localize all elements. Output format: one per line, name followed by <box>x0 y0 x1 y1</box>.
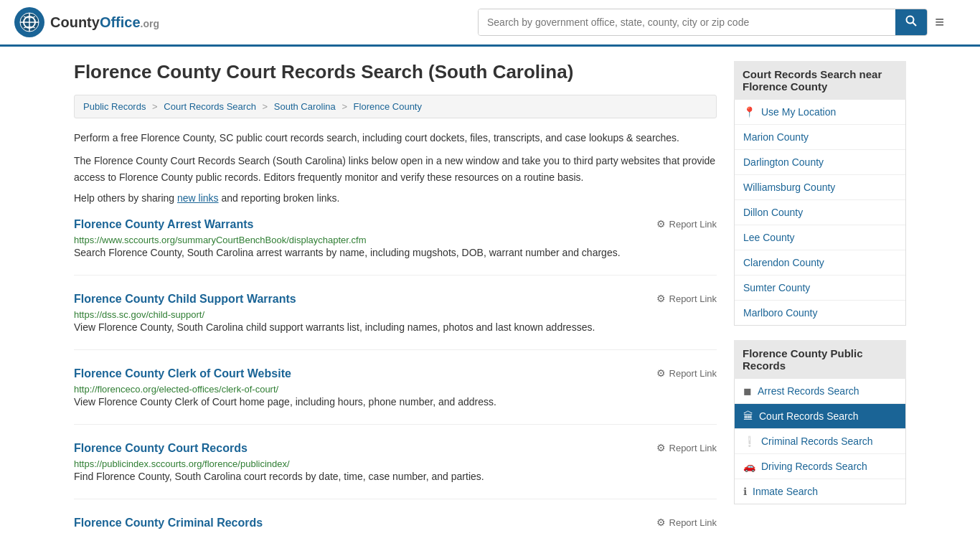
report-label: Report Link <box>669 219 717 230</box>
location-icon: 📍 <box>743 106 755 118</box>
sidebar-nearby-title: Court Records Search near Florence Count… <box>734 61 906 100</box>
record-header: Florence County Clerk of Court Website ⚙… <box>74 367 717 380</box>
record-entry: Florence County Criminal Records ⚙ Repor… <box>74 517 717 547</box>
logo-text: CountyOffice.org <box>50 14 159 31</box>
record-type-icon: ❕ <box>743 435 755 447</box>
report-icon: ⚙ <box>656 442 666 453</box>
sidebar-link-label: Clarendon County <box>743 257 824 268</box>
record-desc: View Florence County Clerk of Court home… <box>74 395 717 410</box>
record-type-icon: 🏛 <box>743 410 753 422</box>
record-title[interactable]: Florence County Child Support Warrants <box>74 293 296 306</box>
report-link[interactable]: ⚙ Report Link <box>656 442 717 453</box>
sidebar-public-records-link[interactable]: ℹInmate Search <box>735 479 905 504</box>
report-label: Report Link <box>669 293 717 304</box>
record-entry: Florence County Child Support Warrants ⚙… <box>74 293 717 350</box>
sidebar-link-label: Williamsburg County <box>743 182 835 193</box>
report-label: Report Link <box>669 517 717 528</box>
sidebar-link-label: Marlboro County <box>743 307 818 319</box>
description-para2: The Florence County Court Records Search… <box>74 153 717 185</box>
main-container: Florence County Court Records Search (So… <box>60 47 920 551</box>
breadcrumb-sep-2: > <box>263 101 268 112</box>
record-entry: Florence County Arrest Warrants ⚙ Report… <box>74 218 717 276</box>
sidebar-nearby: Court Records Search near Florence Count… <box>734 61 906 326</box>
record-title[interactable]: Florence County Court Records <box>74 442 248 455</box>
record-url[interactable]: https://dss.sc.gov/child-support/ <box>74 309 204 320</box>
sidebar-public-records-link[interactable]: 🚗Driving Records Search <box>735 454 905 479</box>
search-input[interactable] <box>479 9 895 35</box>
logo-area: CountyOffice.org <box>14 7 159 37</box>
new-links-link[interactable]: new links <box>177 192 219 204</box>
record-url[interactable]: https://publicindex.sccourts.org/florenc… <box>74 458 290 469</box>
records-list: Florence County Arrest Warrants ⚙ Report… <box>74 218 717 547</box>
sidebar-nearby-link[interactable]: Lee County <box>735 225 905 250</box>
help-text: Help others by sharing new links and rep… <box>74 192 717 204</box>
page-title: Florence County Court Records Search (So… <box>74 61 717 83</box>
sidebar-link-label: Darlington County <box>743 156 824 168</box>
record-header: Florence County Child Support Warrants ⚙… <box>74 293 717 306</box>
report-icon: ⚙ <box>656 517 666 528</box>
sidebar-nearby-link[interactable]: Sumter County <box>735 276 905 301</box>
record-title[interactable]: Florence County Clerk of Court Website <box>74 367 291 380</box>
sidebar-nearby-link[interactable]: Dillon County <box>735 200 905 225</box>
logo-icon <box>14 7 44 37</box>
breadcrumb-florence-county[interactable]: Florence County <box>354 101 422 112</box>
report-link[interactable]: ⚙ Report Link <box>656 367 717 379</box>
sidebar-public-records-title: Florence County Public Records <box>734 340 906 379</box>
report-icon: ⚙ <box>656 293 666 304</box>
breadcrumb-sep-3: > <box>341 101 347 112</box>
sidebar-nearby-link[interactable]: Marlboro County <box>735 301 905 325</box>
sidebar-link-label: Court Records Search <box>759 410 859 422</box>
sidebar-link-label: Inmate Search <box>753 486 818 497</box>
breadcrumb-court-records[interactable]: Court Records Search <box>164 101 256 112</box>
breadcrumb-south-carolina[interactable]: South Carolina <box>274 101 336 112</box>
record-header: Florence County Court Records ⚙ Report L… <box>74 442 717 455</box>
record-url[interactable]: https://www.sccourts.org/summaryCourtBen… <box>74 235 367 245</box>
sidebar-public-records-link[interactable]: ◼Arrest Records Search <box>735 379 905 404</box>
report-label: Report Link <box>669 368 717 379</box>
record-entry: Florence County Court Records ⚙ Report L… <box>74 442 717 499</box>
record-entry: Florence County Clerk of Court Website ⚙… <box>74 367 717 425</box>
sidebar-link-label: Arrest Records Search <box>758 385 859 397</box>
search-area: ≡ <box>478 9 944 36</box>
menu-icon[interactable]: ≡ <box>935 13 944 32</box>
sidebar-nearby-link[interactable]: Williamsburg County <box>735 175 905 200</box>
sidebar-link-label: Lee County <box>743 232 795 243</box>
search-button[interactable] <box>895 9 927 35</box>
report-label: Report Link <box>669 443 717 453</box>
sidebar-nearby-link[interactable]: Clarendon County <box>735 250 905 276</box>
sidebar-link-label: Criminal Records Search <box>761 435 873 447</box>
record-title[interactable]: Florence County Arrest Warrants <box>74 218 253 231</box>
record-url[interactable]: http://florenceco.org/elected-offices/cl… <box>74 384 278 395</box>
sidebar-link-label: Dillon County <box>743 207 803 218</box>
record-desc: View Florence County, South Carolina chi… <box>74 320 717 335</box>
sidebar-link-label: Use My Location <box>761 106 836 118</box>
record-type-icon: ◼ <box>743 385 752 397</box>
sidebar: Court Records Search near Florence Count… <box>734 61 906 551</box>
report-icon: ⚙ <box>656 367 666 379</box>
svg-line-5 <box>913 23 917 27</box>
sidebar-link-label: Marion County <box>743 131 809 143</box>
search-box <box>478 9 928 36</box>
report-link[interactable]: ⚙ Report Link <box>656 293 717 304</box>
breadcrumb: Public Records > Court Records Search > … <box>74 95 717 118</box>
record-header: Florence County Arrest Warrants ⚙ Report… <box>74 218 717 231</box>
record-type-icon: 🚗 <box>743 461 755 472</box>
record-desc: Find Florence County, South Carolina cou… <box>74 469 717 484</box>
breadcrumb-public-records[interactable]: Public Records <box>83 101 146 112</box>
report-link[interactable]: ⚙ Report Link <box>656 218 717 230</box>
sidebar-public-records-links: ◼Arrest Records Search🏛Court Records Sea… <box>734 379 906 504</box>
sidebar-nearby-links: 📍Use My LocationMarion CountyDarlington … <box>734 100 906 326</box>
sidebar-public-records-link[interactable]: ❕Criminal Records Search <box>735 429 905 454</box>
record-desc: Search Florence County, South Carolina a… <box>74 245 717 260</box>
sidebar-nearby-link[interactable]: Marion County <box>735 125 905 150</box>
sidebar-nearby-link[interactable]: 📍Use My Location <box>735 100 905 125</box>
record-title[interactable]: Florence County Criminal Records <box>74 517 263 529</box>
sidebar-nearby-link[interactable]: Darlington County <box>735 150 905 175</box>
sidebar-public-records: Florence County Public Records ◼Arrest R… <box>734 340 906 504</box>
report-icon: ⚙ <box>656 218 666 230</box>
record-header: Florence County Criminal Records ⚙ Repor… <box>74 517 717 529</box>
sidebar-public-records-link[interactable]: 🏛Court Records Search <box>735 404 905 429</box>
breadcrumb-sep-1: > <box>152 101 158 112</box>
header: CountyOffice.org ≡ <box>0 0 980 47</box>
report-link[interactable]: ⚙ Report Link <box>656 517 717 528</box>
